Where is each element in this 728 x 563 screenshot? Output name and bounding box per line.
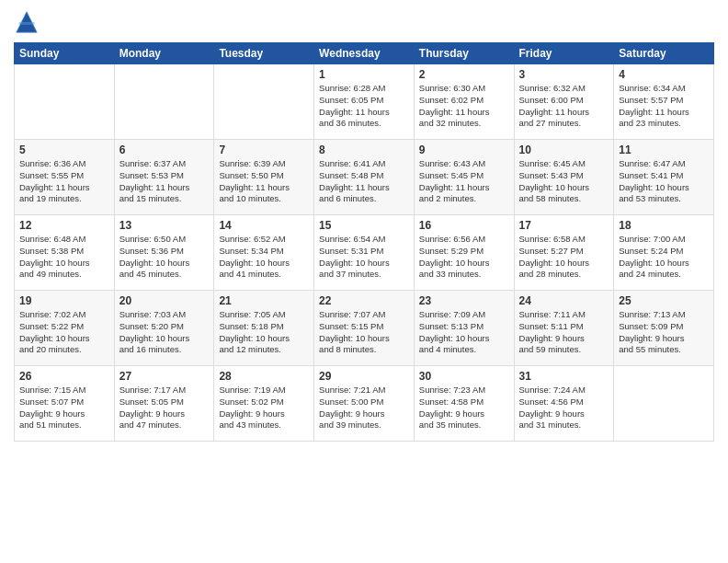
day-info: Sunrise: 6:36 AM Sunset: 5:55 PM Dayligh… [19,158,109,205]
day-info: Sunrise: 6:37 AM Sunset: 5:53 PM Dayligh… [119,158,210,205]
logo [14,9,43,35]
page: SundayMondayTuesdayWednesdayThursdayFrid… [0,0,728,563]
day-cell: 11Sunrise: 6:47 AM Sunset: 5:41 PM Dayli… [614,140,714,215]
day-info: Sunrise: 7:23 AM Sunset: 4:58 PM Dayligh… [419,385,509,431]
day-cell: 1Sunrise: 6:28 AM Sunset: 6:05 PM Daylig… [314,64,415,140]
day-number: 24 [519,294,609,307]
day-number: 4 [619,68,709,81]
day-info: Sunrise: 7:07 AM Sunset: 5:15 PM Dayligh… [319,309,409,356]
day-cell: 4Sunrise: 6:34 AM Sunset: 5:57 PM Daylig… [614,64,714,140]
day-cell: 2Sunrise: 6:30 AM Sunset: 6:02 PM Daylig… [414,64,514,140]
calendar-body: 1Sunrise: 6:28 AM Sunset: 6:05 PM Daylig… [15,64,714,442]
day-info: Sunrise: 6:47 AM Sunset: 5:41 PM Dayligh… [619,158,709,205]
col-header-saturday: Saturday [614,43,714,64]
logo-icon [14,9,40,35]
week-row-4: 19Sunrise: 7:02 AM Sunset: 5:22 PM Dayli… [15,291,714,366]
day-number: 3 [519,68,609,81]
day-cell [114,64,214,140]
day-number: 29 [319,370,409,383]
day-cell: 8Sunrise: 6:41 AM Sunset: 5:48 PM Daylig… [314,140,415,215]
day-info: Sunrise: 6:45 AM Sunset: 5:43 PM Dayligh… [519,158,609,205]
day-info: Sunrise: 6:54 AM Sunset: 5:31 PM Dayligh… [319,234,409,281]
day-cell: 16Sunrise: 6:56 AM Sunset: 5:29 PM Dayli… [414,215,514,291]
col-header-wednesday: Wednesday [314,43,415,64]
day-number: 30 [419,370,509,383]
day-number: 9 [419,144,509,156]
col-header-thursday: Thursday [414,43,514,64]
svg-rect-2 [19,22,35,25]
day-cell: 9Sunrise: 6:43 AM Sunset: 5:45 PM Daylig… [414,140,514,215]
day-cell: 6Sunrise: 6:37 AM Sunset: 5:53 PM Daylig… [114,140,214,215]
day-cell [15,64,115,140]
day-cell: 23Sunrise: 7:09 AM Sunset: 5:13 PM Dayli… [414,291,514,366]
day-info: Sunrise: 6:41 AM Sunset: 5:48 PM Dayligh… [319,158,409,205]
day-cell: 17Sunrise: 6:58 AM Sunset: 5:27 PM Dayli… [514,215,614,291]
day-cell: 31Sunrise: 7:24 AM Sunset: 4:56 PM Dayli… [514,366,614,442]
day-info: Sunrise: 7:13 AM Sunset: 5:09 PM Dayligh… [619,309,709,356]
day-info: Sunrise: 6:48 AM Sunset: 5:38 PM Dayligh… [19,234,109,281]
day-info: Sunrise: 7:05 AM Sunset: 5:18 PM Dayligh… [219,309,309,356]
header [14,9,714,35]
day-number: 13 [119,219,210,232]
day-number: 8 [319,144,409,156]
day-number: 20 [119,294,210,307]
day-cell: 27Sunrise: 7:17 AM Sunset: 5:05 PM Dayli… [114,366,214,442]
header-row: SundayMondayTuesdayWednesdayThursdayFrid… [15,43,714,64]
day-cell [614,366,714,442]
day-number: 14 [219,219,309,232]
day-number: 22 [319,294,409,307]
day-info: Sunrise: 7:17 AM Sunset: 5:05 PM Dayligh… [119,385,210,431]
day-info: Sunrise: 6:34 AM Sunset: 5:57 PM Dayligh… [619,83,709,130]
day-number: 31 [519,370,609,383]
col-header-tuesday: Tuesday [214,43,314,64]
day-cell: 24Sunrise: 7:11 AM Sunset: 5:11 PM Dayli… [514,291,614,366]
day-number: 26 [19,370,109,383]
day-cell: 18Sunrise: 7:00 AM Sunset: 5:24 PM Dayli… [614,215,714,291]
week-row-1: 1Sunrise: 6:28 AM Sunset: 6:05 PM Daylig… [15,64,714,140]
day-number: 27 [119,370,210,383]
day-info: Sunrise: 7:19 AM Sunset: 5:02 PM Dayligh… [219,385,309,431]
col-header-friday: Friday [514,43,614,64]
day-cell: 20Sunrise: 7:03 AM Sunset: 5:20 PM Dayli… [114,291,214,366]
week-row-5: 26Sunrise: 7:15 AM Sunset: 5:07 PM Dayli… [15,366,714,442]
week-row-2: 5Sunrise: 6:36 AM Sunset: 5:55 PM Daylig… [15,140,714,215]
day-number: 23 [419,294,509,307]
day-info: Sunrise: 6:58 AM Sunset: 5:27 PM Dayligh… [519,234,609,281]
day-info: Sunrise: 7:03 AM Sunset: 5:20 PM Dayligh… [119,309,210,356]
day-info: Sunrise: 7:11 AM Sunset: 5:11 PM Dayligh… [519,309,609,356]
day-cell: 14Sunrise: 6:52 AM Sunset: 5:34 PM Dayli… [214,215,314,291]
day-info: Sunrise: 7:15 AM Sunset: 5:07 PM Dayligh… [19,385,109,431]
col-header-monday: Monday [114,43,214,64]
day-cell: 7Sunrise: 6:39 AM Sunset: 5:50 PM Daylig… [214,140,314,215]
day-cell: 15Sunrise: 6:54 AM Sunset: 5:31 PM Dayli… [314,215,415,291]
day-cell: 10Sunrise: 6:45 AM Sunset: 5:43 PM Dayli… [514,140,614,215]
day-info: Sunrise: 6:39 AM Sunset: 5:50 PM Dayligh… [219,158,309,205]
day-info: Sunrise: 6:28 AM Sunset: 6:05 PM Dayligh… [319,83,409,130]
calendar: SundayMondayTuesdayWednesdayThursdayFrid… [14,42,714,442]
day-number: 1 [319,68,409,81]
day-info: Sunrise: 6:50 AM Sunset: 5:36 PM Dayligh… [119,234,210,281]
day-number: 15 [319,219,409,232]
day-cell: 21Sunrise: 7:05 AM Sunset: 5:18 PM Dayli… [214,291,314,366]
day-number: 17 [519,219,609,232]
day-info: Sunrise: 6:52 AM Sunset: 5:34 PM Dayligh… [219,234,309,281]
day-cell: 12Sunrise: 6:48 AM Sunset: 5:38 PM Dayli… [15,215,115,291]
day-number: 18 [619,219,709,232]
day-cell [214,64,314,140]
day-cell: 3Sunrise: 6:32 AM Sunset: 6:00 PM Daylig… [514,64,614,140]
day-cell: 30Sunrise: 7:23 AM Sunset: 4:58 PM Dayli… [414,366,514,442]
day-info: Sunrise: 7:09 AM Sunset: 5:13 PM Dayligh… [419,309,509,356]
day-number: 7 [219,144,309,156]
calendar-header: SundayMondayTuesdayWednesdayThursdayFrid… [15,43,714,64]
day-info: Sunrise: 6:56 AM Sunset: 5:29 PM Dayligh… [419,234,509,281]
day-number: 28 [219,370,309,383]
day-info: Sunrise: 6:30 AM Sunset: 6:02 PM Dayligh… [419,83,509,130]
day-info: Sunrise: 7:02 AM Sunset: 5:22 PM Dayligh… [19,309,109,356]
day-info: Sunrise: 7:00 AM Sunset: 5:24 PM Dayligh… [619,234,709,281]
day-cell: 13Sunrise: 6:50 AM Sunset: 5:36 PM Dayli… [114,215,214,291]
day-cell: 22Sunrise: 7:07 AM Sunset: 5:15 PM Dayli… [314,291,415,366]
day-number: 11 [619,144,709,156]
day-number: 10 [519,144,609,156]
day-cell: 25Sunrise: 7:13 AM Sunset: 5:09 PM Dayli… [614,291,714,366]
day-number: 2 [419,68,509,81]
